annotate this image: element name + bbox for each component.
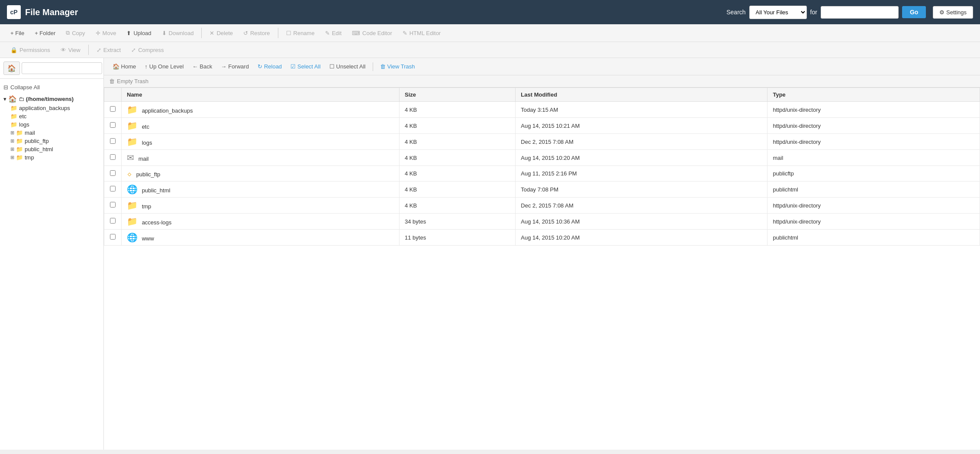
tree-root[interactable]: ▾ 🏠 🗀 (/home/timowens) — [3, 94, 100, 104]
table-row[interactable]: 📁 tmp 4 KB Dec 2, 2015 7:08 AM httpd/uni… — [104, 198, 980, 214]
sidebar: 🏠 Go ⊟ Collapse All ▾ 🏠 🗀 (/home/timowen… — [0, 58, 104, 450]
file-name: access-logs — [142, 219, 172, 226]
tree-item-application-backups[interactable]: 📁 application_backups — [10, 104, 100, 112]
search-label: Search — [726, 9, 745, 16]
row-checkbox-cell — [104, 230, 122, 246]
row-name-cell: 📁 application_backups — [122, 102, 400, 118]
table-row[interactable]: ✉ mail 4 KB Aug 14, 2015 10:20 AM mail — [104, 150, 980, 166]
search-input[interactable] — [821, 6, 899, 19]
row-name-cell: 📁 tmp — [122, 198, 400, 214]
tree-item-etc[interactable]: 📁 etc — [10, 112, 100, 120]
sidebar-path-input[interactable] — [22, 62, 102, 74]
row-checkbox[interactable] — [110, 234, 116, 240]
folder-closed-icon: 📁 — [16, 130, 23, 136]
view-button[interactable]: 👁 View — [55, 45, 86, 55]
back-button[interactable]: ← Back — [189, 62, 216, 71]
forward-button[interactable]: → Forward — [217, 62, 252, 71]
new-file-button[interactable]: + File — [5, 28, 29, 38]
file-name: application_backups — [142, 107, 193, 114]
code-editor-button[interactable]: ⌨ Code Editor — [347, 28, 397, 38]
column-name[interactable]: Name — [122, 88, 400, 102]
search-scope-select[interactable]: All Your Files Public HTML Home Director… — [749, 6, 807, 19]
tree-item-logs[interactable]: 📁 logs — [10, 120, 100, 129]
table-row[interactable]: 📁 access-logs 34 bytes Aug 14, 2015 10:3… — [104, 214, 980, 230]
table-row[interactable]: ⬦ public_ftp 4 KB Aug 11, 2015 2:16 PM p… — [104, 166, 980, 182]
row-size-cell: 34 bytes — [400, 214, 516, 230]
row-modified-cell: Aug 11, 2015 2:16 PM — [516, 166, 767, 182]
reload-button[interactable]: ↻ Reload — [254, 62, 285, 71]
restore-icon: ↺ — [243, 30, 248, 36]
row-checkbox[interactable] — [110, 202, 116, 208]
copy-button[interactable]: ⧉ Copy — [61, 28, 90, 38]
settings-button[interactable]: ⚙ Settings — [933, 6, 973, 19]
table-row[interactable]: 📁 logs 4 KB Dec 2, 2015 7:08 AM httpd/un… — [104, 134, 980, 150]
row-type-cell: httpd/unix-directory — [767, 118, 980, 134]
row-checkbox[interactable] — [110, 170, 116, 176]
row-size-cell: 4 KB — [400, 182, 516, 198]
view-trash-button[interactable]: 🗑 View Trash — [377, 62, 419, 71]
column-modified[interactable]: Last Modified — [516, 88, 767, 102]
row-type-cell: publichtml — [767, 230, 980, 246]
row-checkbox[interactable] — [110, 186, 116, 191]
extract-button[interactable]: ⤢ Extract — [91, 45, 126, 55]
lock-icon: 🔒 — [10, 47, 17, 53]
table-row[interactable]: 📁 application_backups 4 KB Today 3:15 AM… — [104, 102, 980, 118]
tree-item-mail[interactable]: ⊞ 📁 mail — [10, 129, 100, 137]
file-icon: 📁 — [127, 105, 138, 114]
table-row[interactable]: 📁 etc 4 KB Aug 14, 2015 10:21 AM httpd/u… — [104, 118, 980, 134]
row-checkbox-cell — [104, 182, 122, 198]
file-name: www — [142, 235, 154, 242]
row-modified-cell: Aug 14, 2015 10:20 AM — [516, 230, 767, 246]
tree-item-tmp[interactable]: ⊞ 📁 tmp — [10, 153, 100, 162]
select-all-button[interactable]: ☑ Select All — [287, 62, 324, 71]
move-button[interactable]: ✛ Move — [90, 28, 122, 38]
download-button[interactable]: ⬇ Download — [157, 28, 199, 38]
row-size-cell: 4 KB — [400, 118, 516, 134]
collapse-icon: ⊟ — [3, 84, 8, 91]
empty-trash-button[interactable]: 🗑 Empty Trash — [109, 78, 148, 84]
forward-arrow-icon: → — [221, 63, 226, 70]
back-arrow-icon: ← — [192, 63, 198, 70]
table-row[interactable]: 🌐 www 11 bytes Aug 14, 2015 10:20 AM pub… — [104, 230, 980, 246]
sidebar-home-button[interactable]: 🏠 — [3, 62, 20, 75]
table-header-row: Name Size Last Modified Type — [104, 88, 980, 102]
row-checkbox-cell — [104, 198, 122, 214]
tree-item-public-ftp[interactable]: ⊞ 📁 public_ftp — [10, 137, 100, 145]
permissions-button[interactable]: 🔒 Permissions — [5, 45, 55, 55]
column-size[interactable]: Size — [400, 88, 516, 102]
row-name-cell: ✉ mail — [122, 150, 400, 166]
compress-icon: ⤢ — [131, 47, 136, 53]
upload-button[interactable]: ⬆ Upload — [121, 28, 156, 38]
column-type[interactable]: Type — [767, 88, 980, 102]
row-checkbox[interactable] — [110, 106, 116, 112]
edit-button[interactable]: ✎ Edit — [320, 28, 347, 38]
up-one-level-button[interactable]: ↑ Up One Level — [141, 62, 187, 71]
row-size-cell: 4 KB — [400, 198, 516, 214]
unselect-all-button[interactable]: ☐ Unselect All — [326, 62, 369, 71]
row-checkbox[interactable] — [110, 218, 116, 224]
tree-item-public-html[interactable]: ⊞ 📁 public_html — [10, 145, 100, 153]
collapse-all-button[interactable]: ⊟ Collapse All — [3, 82, 100, 94]
new-folder-button[interactable]: + Folder — [29, 28, 61, 38]
rename-button[interactable]: ☐ Rename — [281, 28, 320, 38]
home-nav-button[interactable]: 🏠 Home — [109, 62, 139, 71]
row-checkbox[interactable] — [110, 154, 116, 160]
compress-button[interactable]: ⤢ Compress — [126, 45, 169, 55]
table-row[interactable]: 🌐 public_html 4 KB Today 7:08 PM publich… — [104, 182, 980, 198]
delete-button[interactable]: ✕ Delete — [204, 28, 238, 38]
search-go-button[interactable]: Go — [902, 6, 926, 18]
row-size-cell: 4 KB — [400, 102, 516, 118]
rename-icon: ☐ — [286, 30, 291, 36]
eye-icon: 👁 — [61, 47, 66, 53]
row-name-cell: ⬦ public_ftp — [122, 166, 400, 182]
file-name: tmp — [142, 203, 152, 210]
html-editor-button[interactable]: ✎ HTML Editor — [397, 28, 446, 38]
restore-button[interactable]: ↺ Restore — [238, 28, 275, 38]
row-checkbox[interactable] — [110, 122, 116, 128]
row-checkbox-cell — [104, 166, 122, 182]
row-name-cell: 📁 access-logs — [122, 214, 400, 230]
row-size-cell: 4 KB — [400, 134, 516, 150]
main-nav: 🏠 Home ↑ Up One Level ← Back → Forward ↻… — [104, 58, 980, 75]
row-checkbox[interactable] — [110, 138, 116, 144]
file-name: logs — [142, 139, 152, 146]
